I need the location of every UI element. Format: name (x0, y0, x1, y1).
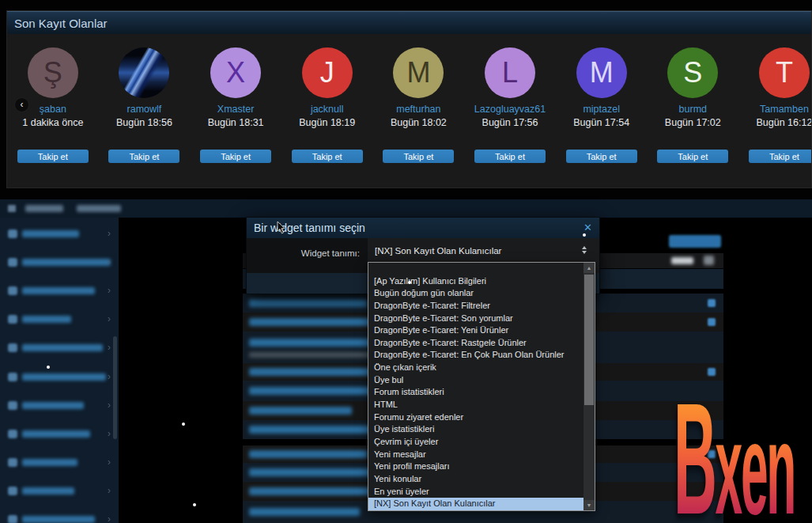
registration-time: Bugün 18:56 (99, 117, 191, 128)
breadcrumb-item[interactable] (77, 205, 121, 212)
registration-time: 1 dakika önce (7, 117, 99, 128)
dropdown-option[interactable]: HTML (368, 399, 584, 411)
sidebar-item[interactable]: › (0, 511, 119, 523)
follow-button[interactable]: Takip et (383, 150, 454, 163)
avatar[interactable]: M (393, 47, 444, 98)
user-name-link[interactable]: ramowlf (99, 104, 191, 116)
dropdown-option[interactable]: DragonByte e-Ticaret: Yeni Ürünler (368, 324, 584, 337)
sidebar-item-icon (8, 401, 17, 410)
sidebar-item[interactable]: › (0, 339, 119, 357)
row-title-link (249, 508, 360, 516)
chevron-right-icon: › (108, 256, 111, 267)
dropdown-option[interactable]: [Ap Yazılım] Kullanıcı Bilgileri (368, 275, 584, 288)
sidebar-item-icon (8, 430, 17, 438)
chevron-right-icon: › (108, 400, 111, 411)
dropdown-option[interactable]: Yeni profil mesajları (368, 460, 584, 473)
follow-button[interactable]: Takip et (292, 150, 363, 163)
user-card: MmiptazelBugün 17:54Takip et (556, 34, 648, 163)
avatar[interactable]: S (667, 47, 718, 98)
registration-time: Bugün 17:56 (464, 117, 556, 128)
user-carousel: Şşaban1 dakika önceTakip etramowlfBugün … (7, 34, 812, 163)
chevron-right-icon: › (108, 313, 111, 324)
sidebar-item-label (22, 487, 74, 495)
follow-button[interactable]: Takip et (657, 150, 728, 163)
select-dropdown: [Ap Yazılım] Kullanıcı BilgileriBugün do… (368, 262, 595, 511)
widget-definition-select[interactable]: [NX] Son Kayıt Olan Kulanıcılar (368, 241, 595, 262)
recent-users-section: Son Kayıt Olanlar Şşaban1 dakika önceTak… (0, 0, 812, 199)
dropdown-option[interactable]: DragonByte e-Ticaret: Rastgele Ürünler (368, 337, 584, 350)
sidebar-item[interactable]: › (0, 225, 119, 243)
dropdown-option[interactable] (368, 263, 584, 275)
follow-button[interactable]: Takip et (474, 150, 546, 163)
sidebar-item[interactable]: › (0, 454, 119, 472)
user-name-link[interactable]: mefturhan (373, 104, 465, 116)
chevron-right-icon: › (108, 428, 111, 439)
option-list: [Ap Yazılım] Kullanıcı BilgileriBugün do… (368, 263, 584, 510)
sidebar-item[interactable]: › (0, 426, 119, 443)
scroll-down-icon[interactable]: ▼ (584, 500, 595, 510)
dropdown-option[interactable]: DragonByte e-Ticaret: Filtreler (368, 300, 584, 313)
bxen-logo-xen: xen (716, 411, 795, 523)
close-icon[interactable]: ✕ (584, 222, 592, 233)
dropdown-option[interactable]: Yeni mesajlar (368, 449, 584, 461)
user-name-link[interactable]: Lazogluayvaz61 (464, 104, 556, 116)
dropdown-option[interactable]: Forum istatistikleri (368, 386, 584, 399)
registration-time: Bugün 18:31 (190, 117, 281, 128)
avatar[interactable]: X (210, 47, 261, 98)
add-widget-button[interactable] (669, 235, 721, 248)
dropdown-option[interactable]: Bugün doğum gün olanlar (368, 287, 584, 300)
dropdown-option[interactable]: Forumu ziyaret edenler (368, 411, 584, 424)
dropdown-option[interactable]: [NX] Son Kayıt Olan Kulanıcılar (368, 498, 584, 510)
follow-button[interactable]: Takip et (17, 150, 89, 163)
select-spinner-icon (582, 246, 587, 254)
sidebar-item[interactable]: › (0, 254, 119, 271)
clear-filter-icon[interactable] (704, 256, 714, 265)
menu-icon[interactable] (8, 205, 16, 212)
dropdown-option[interactable]: En yeni üyeler (368, 486, 584, 498)
modal-header: Bir widget tanımı seçin ✕ (247, 218, 599, 238)
sidebar-item[interactable]: › (0, 397, 119, 415)
breadcrumb-item[interactable] (25, 205, 63, 212)
user-name-link[interactable]: Tamamben (738, 104, 812, 116)
dropdown-scrollbar[interactable]: ▲ ▼ (584, 263, 595, 510)
carousel-prev-button[interactable]: ‹ (14, 97, 29, 112)
row-action-icon[interactable] (708, 299, 716, 307)
user-name-link[interactable]: miptazel (556, 104, 648, 116)
avatar[interactable]: T (759, 47, 810, 98)
sidebar-item-icon (8, 315, 17, 324)
cursor-dot (193, 503, 196, 506)
follow-button[interactable]: Takip et (749, 150, 812, 163)
user-name-link[interactable]: burmd (647, 104, 738, 116)
follow-button[interactable]: Takip et (108, 150, 179, 163)
user-name-link[interactable]: Xmaster (190, 104, 281, 116)
dropdown-option[interactable]: Üye istatistikleri (368, 423, 584, 436)
row-action-icon[interactable] (708, 318, 716, 326)
dropdown-option[interactable]: Yeni konular (368, 473, 584, 486)
avatar[interactable]: J (302, 47, 353, 98)
sidebar-item[interactable]: › (0, 483, 119, 500)
avatar-image[interactable] (119, 47, 169, 98)
scroll-up-icon[interactable]: ▲ (584, 263, 595, 273)
sidebar-item-label (22, 316, 71, 323)
follow-button[interactable]: Takip et (200, 150, 271, 163)
avatar[interactable]: L (485, 47, 535, 98)
user-card: JjacknullBugün 18:19Takip et (281, 34, 373, 163)
user-name-link[interactable]: jacknull (281, 104, 373, 116)
follow-button[interactable]: Takip et (566, 150, 637, 163)
sidebar-item[interactable]: › (0, 311, 119, 328)
dropdown-option[interactable]: Öne çıkan içerik (368, 362, 584, 374)
sidebar-item-label (22, 516, 95, 523)
dropdown-option[interactable]: DragonByte e-Ticaret: En Çok Puan Olan Ü… (368, 349, 584, 362)
avatar[interactable]: Ş (28, 47, 78, 98)
scrollbar-thumb[interactable] (584, 275, 594, 405)
registration-time: Bugün 16:12 (738, 117, 812, 128)
sidebar-item[interactable]: › (0, 282, 119, 300)
dropdown-option[interactable]: Çevrim içi üyeler (368, 436, 584, 449)
dropdown-option[interactable]: Üye bul (368, 374, 584, 387)
panel-header: Son Kayıt Olanlar (7, 11, 811, 34)
avatar[interactable]: M (576, 47, 627, 98)
dropdown-option[interactable]: DragonByte e-Ticaret: Son yorumlar (368, 313, 584, 325)
sidebar-item[interactable]: › (0, 369, 119, 386)
bxen-logo-b: B (674, 388, 716, 523)
row-title-link (249, 299, 368, 307)
